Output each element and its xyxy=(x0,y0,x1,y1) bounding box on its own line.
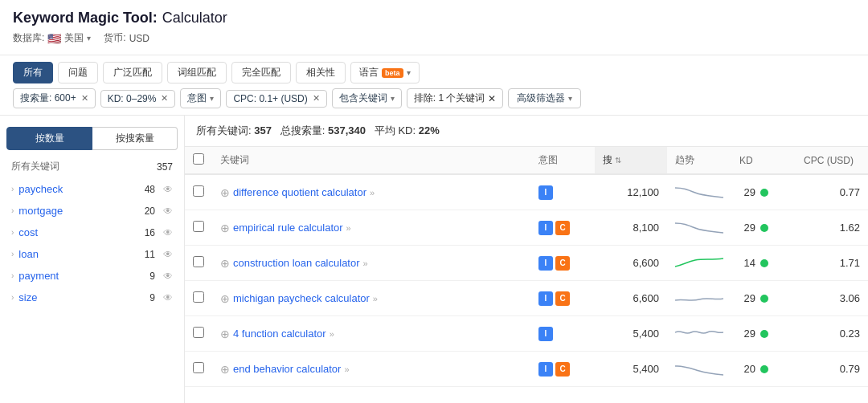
search-volume-cell: 8,100 xyxy=(595,210,667,246)
chevron-right-icon: › xyxy=(11,228,14,237)
sort-by-volume-button[interactable]: 按搜索量 xyxy=(92,127,178,150)
close-icon[interactable]: ✕ xyxy=(81,93,88,104)
chevron-down-icon: ▾ xyxy=(87,34,91,43)
kd-indicator xyxy=(760,224,768,232)
keyword-text: construction loan calculator xyxy=(233,257,360,269)
keywords-table: 关键词 意图 搜⇅ 趋势 KD CPC (USD) ⊕ difference q… xyxy=(185,147,868,387)
intent-badge-i: I xyxy=(538,221,553,235)
keyword-link-3[interactable]: ⊕ michigan paycheck calculator » xyxy=(220,292,522,305)
arrow-right-icon: » xyxy=(344,364,349,374)
keyword-text: michigan paycheck calculator xyxy=(233,292,370,304)
search-volume-cell: 5,400 xyxy=(595,352,667,387)
row-checkbox-0[interactable] xyxy=(193,185,204,197)
sidebar-item-loan[interactable]: › loan 11 👁 xyxy=(0,243,184,265)
row-checkbox-1[interactable] xyxy=(193,221,204,232)
add-icon: ⊕ xyxy=(220,292,230,305)
kd-cell: 29 xyxy=(731,281,796,316)
tool-title: Keyword Magic Tool: xyxy=(13,10,158,26)
trend-cell xyxy=(667,246,731,281)
eye-icon[interactable]: 👁 xyxy=(163,184,173,195)
flag-icon: 🇺🇸 xyxy=(47,32,61,45)
exclude-label: 排除: 1 个关键词 xyxy=(414,92,485,105)
advanced-filter-button[interactable]: 高级筛选器 ▾ xyxy=(508,88,581,108)
intent-filter[interactable]: 意图 ▾ xyxy=(180,88,221,108)
kd-indicator xyxy=(760,330,768,338)
close-icon[interactable]: ✕ xyxy=(488,93,496,104)
cpc-cell: 1.62 xyxy=(796,210,868,246)
trend-cell xyxy=(667,352,731,387)
sidebar-item-payment[interactable]: › payment 9 👁 xyxy=(0,265,184,287)
chevron-right-icon: › xyxy=(11,185,14,193)
add-icon: ⊕ xyxy=(220,186,230,199)
eye-icon[interactable]: 👁 xyxy=(163,206,173,217)
cpc-cell: 3.06 xyxy=(796,281,868,316)
tab-all[interactable]: 所有 xyxy=(13,62,53,83)
chevron-right-icon: › xyxy=(11,293,14,302)
col-header-trend: 趋势 xyxy=(667,147,731,174)
cpc-cell: 0.79 xyxy=(796,352,868,387)
tab-row: 所有 问题 广泛匹配 词组匹配 完全匹配 相关性 语言 beta ▾ xyxy=(13,62,855,83)
search-volume-cell: 6,600 xyxy=(595,281,667,316)
arrow-right-icon: » xyxy=(330,329,334,339)
add-icon: ⊕ xyxy=(220,328,230,340)
eye-icon[interactable]: 👁 xyxy=(163,271,173,282)
row-checkbox-5[interactable] xyxy=(193,362,204,373)
lang-chevron-icon: ▾ xyxy=(407,68,411,77)
keyword-link-4[interactable]: ⊕ 4 function calculator » xyxy=(220,328,522,340)
sidebar-item-size[interactable]: › size 9 👁 xyxy=(0,287,184,308)
database-selector[interactable]: 数据库: 🇺🇸 美国 ▾ xyxy=(13,31,91,45)
eye-icon[interactable]: 👁 xyxy=(163,292,173,303)
keyword-link-1[interactable]: ⊕ empirical rule calculator » xyxy=(220,222,522,234)
keyword-link-2[interactable]: ⊕ construction loan calculator » xyxy=(220,257,522,270)
col-header-volume[interactable]: 搜⇅ xyxy=(595,147,667,174)
search-volume-cell: 5,400 xyxy=(595,316,667,352)
keyword-link-0[interactable]: ⊕ difference quotient calculator » xyxy=(220,186,522,199)
trend-cell xyxy=(667,316,731,352)
sidebar-item-cost[interactable]: › cost 16 👁 xyxy=(0,222,184,243)
kd-indicator xyxy=(760,259,768,267)
advanced-label: 高级筛选器 xyxy=(517,92,565,105)
sidebar-item-paycheck[interactable]: › paycheck 48 👁 xyxy=(0,178,184,200)
include-label: 包含关键词 xyxy=(339,92,387,105)
eye-icon[interactable]: 👁 xyxy=(163,227,173,238)
tab-phrase[interactable]: 词组匹配 xyxy=(167,62,227,83)
tab-related[interactable]: 相关性 xyxy=(296,62,346,83)
cpc-filter[interactable]: CPC: 0.1+ (USD) ✕ xyxy=(226,90,326,108)
trend-cell xyxy=(667,281,731,316)
exclude-keywords-filter[interactable]: 排除: 1 个关键词 ✕ xyxy=(407,88,504,108)
trend-cell xyxy=(667,174,731,210)
sidebar-item-count: 16 xyxy=(145,227,155,238)
language-button[interactable]: 语言 beta ▾ xyxy=(350,62,420,83)
tab-exact[interactable]: 完全匹配 xyxy=(231,62,291,83)
intent-badge-c: C xyxy=(555,256,570,271)
kd-value: 20 xyxy=(739,363,755,375)
tab-questions[interactable]: 问题 xyxy=(58,62,98,83)
sidebar: 按数量 按搜索量 所有关键词 357 › paycheck 48 👁 › mor… xyxy=(0,116,185,403)
search-volume-cell: 6,600 xyxy=(595,246,667,281)
intent-badge-i: I xyxy=(538,256,553,271)
select-all-checkbox[interactable] xyxy=(193,153,204,165)
include-keywords-filter[interactable]: 包含关键词 ▾ xyxy=(332,88,402,108)
kd-value: 29 xyxy=(739,222,755,234)
chevron-right-icon: › xyxy=(11,206,14,215)
row-checkbox-2[interactable] xyxy=(193,256,204,267)
intent-group: IC xyxy=(538,221,587,235)
table-row: ⊕ 4 function calculator » I 5,400 29 0.2… xyxy=(185,316,868,352)
cpc-cell: 1.71 xyxy=(796,246,868,281)
close-icon[interactable]: ✕ xyxy=(313,93,320,104)
close-icon[interactable]: ✕ xyxy=(161,93,168,104)
intent-group: I xyxy=(538,185,587,200)
tab-broad[interactable]: 广泛匹配 xyxy=(103,62,162,83)
sidebar-item-mortgage[interactable]: › mortgage 20 👁 xyxy=(0,200,184,222)
search-volume-filter[interactable]: 搜索量: 600+ ✕ xyxy=(13,88,96,108)
trend-cell xyxy=(667,210,731,246)
row-checkbox-4[interactable] xyxy=(193,327,204,338)
sort-by-count-button[interactable]: 按数量 xyxy=(6,127,92,150)
keyword-link-5[interactable]: ⊕ end behavior calculator » xyxy=(220,363,522,376)
row-checkbox-3[interactable] xyxy=(193,291,204,303)
kd-filter[interactable]: KD: 0–29% ✕ xyxy=(100,90,176,108)
eye-icon[interactable]: 👁 xyxy=(163,249,173,260)
col-header-keyword: 关键词 xyxy=(212,147,530,174)
search-volume-label: 搜索量: 600+ xyxy=(20,92,76,105)
chevron-right-icon: › xyxy=(11,250,14,258)
